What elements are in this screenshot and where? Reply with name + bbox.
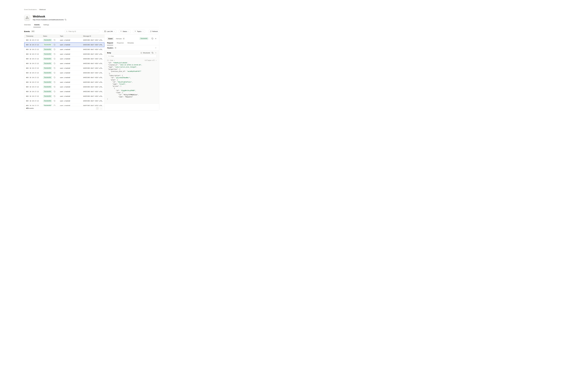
retry-icon[interactable] (54, 58, 56, 60)
cell-message-id: b4925365-b8cf-42b7-a76… (83, 91, 104, 92)
retry-icon[interactable] (54, 91, 56, 92)
table-row[interactable]: NOV 18 10:17:22Successfuluser.createdb49… (24, 61, 104, 66)
cell-topic: user.created (60, 53, 83, 55)
retry-icon[interactable] (54, 44, 56, 46)
structured-label: Structured (143, 52, 150, 54)
time-range-button[interactable]: Last 24h (103, 30, 116, 33)
table-row[interactable]: NOV 18 10:17:22Successfuluser.createdb49… (24, 38, 104, 42)
time-range-label: Last 24h (107, 30, 113, 32)
event-status-badge: Successful (140, 37, 148, 40)
retry-icon[interactable] (54, 81, 56, 83)
retry-icon (152, 38, 154, 40)
events-count-badge: 472 (31, 30, 35, 32)
tab-request[interactable]: Request (107, 42, 113, 45)
breadcrumb-separator: / (38, 9, 38, 10)
cell-status: Successful (43, 44, 60, 46)
body-filter-box[interactable] (107, 54, 156, 58)
cell-message-id: b4925365-b8cf-42b7-a76… (83, 67, 104, 69)
close-panel-button[interactable] (155, 38, 156, 40)
table-row[interactable]: NOV 18 10:17:22Successfuluser.createdb49… (24, 103, 104, 106)
retry-icon[interactable] (54, 62, 56, 64)
events-heading: Events (24, 30, 30, 32)
retry-icon[interactable] (54, 53, 56, 55)
filter-by-id-input[interactable] (68, 30, 98, 32)
tab-events[interactable]: Events (33, 24, 40, 27)
collapse-body-button[interactable] (155, 52, 156, 54)
cell-topic: user.created (60, 86, 83, 88)
table-row[interactable]: NOV 18 10:17:22Successfuluser.createdb49… (24, 47, 104, 52)
filter-by-id-search[interactable] (65, 30, 99, 33)
table-row[interactable]: NOV 18 10:17:22Successfuluser.createdb49… (24, 89, 104, 94)
cell-message-id: b4925365-b8cf-42b7-a76… (83, 76, 104, 78)
tab-metadata[interactable]: Metadata (128, 42, 134, 45)
cell-message-id: b4925365-b8cf-42b7-a76… (83, 39, 104, 41)
table-row[interactable]: NOV 18 10:17:22Successfuluser.createdb49… (24, 52, 104, 56)
table-row[interactable]: NOV 18 10:17:22Successfuluser.createdb49… (24, 66, 104, 70)
json-line: "id": "gSjvn6eQTBewNWcr", (107, 76, 156, 79)
footer-count: 472 (26, 108, 29, 109)
tab-response[interactable]: Response (117, 42, 124, 45)
refresh-icon (150, 31, 152, 32)
table-row[interactable]: NOV 18 10:17:22Successfuluser.createdb49… (24, 84, 104, 89)
retry-icon[interactable] (54, 48, 56, 50)
copy-url-button[interactable] (65, 19, 66, 20)
webhook-url: http://mock.hookdeck.com/webhooks/events (33, 19, 64, 20)
collapse-all-button[interactable]: Collapse all ↑ (145, 60, 156, 61)
retry-icon[interactable] (54, 100, 56, 102)
status-badge: Successful (43, 81, 52, 84)
cell-message-id: b4925365-b8cf-42b7-a76… (83, 100, 104, 102)
retry-icon[interactable] (54, 67, 56, 69)
breadcrumb-parent[interactable]: Event Destinations (24, 9, 37, 10)
col-timestamp: Timestamp (24, 35, 43, 37)
refresh-label: Refresh (152, 30, 158, 32)
status-badge: Successful (43, 76, 52, 79)
prev-page-button[interactable] (96, 107, 99, 110)
topics-filter-button[interactable]: Topics (133, 30, 145, 33)
table-row[interactable]: NOV 18 10:17:22Successfuluser.createdb49… (24, 75, 104, 80)
breadcrumb-current: Webhook (39, 9, 46, 10)
status-badge: Successful (43, 44, 52, 46)
retry-icon[interactable] (54, 39, 56, 41)
table-footer: 472 events (24, 106, 104, 110)
tab-overview[interactable]: Overview (23, 24, 32, 27)
table-row[interactable]: NOV 18 10:17:22Successfuluser.createdb49… (24, 94, 104, 98)
col-message-id: Message ID (83, 35, 104, 37)
items-summary[interactable]: {1 item ↑ (107, 60, 115, 61)
table-row[interactable]: NOV 18 10:17:22Successfuluser.createdb49… (24, 56, 104, 61)
retry-event-button[interactable] (152, 38, 154, 40)
breadcrumb: Event Destinations / Webhook (24, 0, 159, 10)
table-row[interactable]: NOV 18 10:17:22Successfuluser.createdb49… (24, 42, 104, 47)
json-line: "id": "5HycQYuqK3eF5a2v", (107, 81, 156, 83)
tab-event[interactable]: Event (107, 37, 114, 40)
expand-headers-button[interactable] (155, 47, 156, 49)
json-line: "plan": { (107, 79, 156, 81)
retry-icon[interactable] (54, 72, 56, 74)
col-status: Status (43, 35, 60, 37)
status-filter-label: Status (122, 30, 127, 32)
structured-mode-toggle[interactable]: {} Structured (140, 52, 150, 54)
cell-timestamp: NOV 18 10:17:22 (24, 95, 43, 97)
events-table: Timestamp Status Topic Message ID NOV 18… (24, 35, 104, 110)
retry-icon[interactable] (54, 95, 56, 97)
copy-body-button[interactable] (152, 52, 154, 54)
status-filter-button[interactable]: Status (119, 30, 131, 33)
status-badge: Successful (43, 67, 52, 70)
cell-topic: user.created (60, 105, 83, 106)
tab-attempts[interactable]: Attempts 3 (116, 38, 125, 40)
refresh-button[interactable]: Refresh (148, 30, 159, 33)
table-row[interactable]: NOV 18 10:17:22Successfuluser.createdb49… (24, 80, 104, 84)
attempts-label: Attempts (116, 38, 122, 40)
panel-bottom-spacer (104, 104, 159, 110)
status-badge: Successful (43, 90, 52, 93)
retry-icon[interactable] (54, 105, 56, 106)
tab-settings[interactable]: Settings (42, 24, 50, 27)
table-row[interactable]: NOV 18 10:17:22Successfuluser.createdb49… (24, 70, 104, 75)
retry-icon[interactable] (54, 76, 56, 78)
next-page-button[interactable] (100, 107, 102, 110)
retry-icon[interactable] (54, 86, 56, 88)
headers-section[interactable]: Headers 3 (104, 45, 159, 50)
table-row[interactable]: NOV 18 10:17:22Successfuluser.createdb49… (24, 98, 104, 103)
chevron-down-icon (114, 31, 115, 32)
status-badge: Successful (43, 104, 52, 106)
body-filter-input[interactable] (110, 55, 155, 57)
